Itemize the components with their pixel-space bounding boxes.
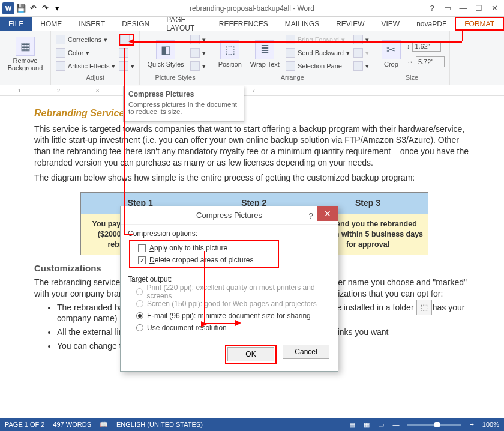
bring-forward-button[interactable]: Bring Forward▾ xyxy=(286,34,350,46)
group-arrange-label: Arrange xyxy=(216,74,369,83)
annotation-arrowhead-2 xyxy=(201,321,207,327)
width-value[interactable]: 5.72" xyxy=(416,56,445,67)
group-button[interactable]: ▾ xyxy=(353,47,369,59)
send-backward-button[interactable]: Send Backward▾ xyxy=(286,47,350,59)
redo-icon[interactable]: ↷ xyxy=(40,3,50,14)
radio-screen xyxy=(136,300,143,307)
picture-layout-button[interactable]: ▾ xyxy=(190,60,206,72)
color-label: Color xyxy=(68,49,83,56)
close-icon[interactable]: ✕ xyxy=(487,2,502,14)
zoom-out-button[interactable]: — xyxy=(392,421,399,428)
status-language[interactable]: ENGLISH (UNITED STATES) xyxy=(116,421,203,428)
zoom-level[interactable]: 100% xyxy=(482,421,499,428)
tab-file[interactable]: FILE xyxy=(0,17,32,31)
help-icon[interactable]: ? xyxy=(425,2,439,14)
selection-pane-label: Selection Pane xyxy=(298,62,342,70)
radio-print xyxy=(136,288,143,295)
delete-cropped-checkbox[interactable]: ✓ xyxy=(138,256,146,264)
qat-dropdown-icon[interactable]: ▾ xyxy=(52,3,62,14)
selection-pane-button[interactable]: Selection Pane xyxy=(286,60,350,72)
position-button[interactable]: ⬚Position xyxy=(216,34,244,74)
remove-background-button[interactable]: ▦ Remove Background xyxy=(5,34,46,74)
tab-format[interactable]: FORMAT xyxy=(455,17,504,31)
delete-cropped-checkbox-row[interactable]: ✓ Delete cropped areas of pictures xyxy=(138,254,276,266)
group-adjust-label: Adjust xyxy=(56,74,134,83)
radio-email-row[interactable]: E-mail (96 ppi): minimize document size … xyxy=(136,310,331,322)
tooltip-title: Compress Pictures xyxy=(128,90,239,98)
artistic-effects-button[interactable]: Artistic Effects▾ xyxy=(56,60,115,72)
tab-view[interactable]: VIEW xyxy=(373,17,409,31)
quick-styles-button[interactable]: ◧ Quick Styles xyxy=(145,34,186,74)
compress-pictures-tooltip: Compress Pictures Compress pictures in t… xyxy=(123,86,244,122)
ribbon-collapse-icon[interactable]: ▭ xyxy=(440,2,455,14)
corrections-label: Corrections xyxy=(68,36,101,43)
minimize-icon[interactable]: — xyxy=(456,2,470,14)
radio-print-row: Print (220 ppi): excellent quality on mo… xyxy=(136,286,331,298)
layout-options-button[interactable]: ⬚ xyxy=(416,300,432,315)
view-web-layout-icon[interactable]: ▭ xyxy=(378,421,384,429)
dialog-titlebar[interactable]: Compress Pictures ? ✕ xyxy=(121,206,338,225)
word-app-icon: W xyxy=(2,2,14,14)
radio-email[interactable] xyxy=(136,312,143,319)
ok-button[interactable]: OK xyxy=(227,347,274,361)
annotation-arrow-h1 xyxy=(133,41,462,43)
tab-references[interactable]: REFERENCES xyxy=(211,17,277,31)
tab-insert[interactable]: INSERT xyxy=(70,17,113,31)
view-print-layout-icon[interactable]: ▦ xyxy=(364,421,370,429)
apply-only-checkbox-row[interactable]: Apply only to this picture xyxy=(138,242,276,254)
corrections-button[interactable]: Corrections▾ xyxy=(56,34,115,46)
radio-email-label: E-mail (96 ppi): minimize document size … xyxy=(147,312,311,320)
tab-page-layout[interactable]: PAGE LAYOUT xyxy=(158,17,211,31)
view-read-mode-icon[interactable]: ▤ xyxy=(349,421,355,429)
radio-doc-resolution[interactable] xyxy=(136,324,143,331)
tab-review[interactable]: REVIEW xyxy=(328,17,373,31)
width-field[interactable]: ↔5.72" xyxy=(407,56,445,68)
dialog-help-button[interactable]: ? xyxy=(304,209,317,222)
picture-effects-icon xyxy=(190,48,200,58)
radio-screen-label: Screen (150 ppi): good for Web pages and… xyxy=(147,300,317,308)
picture-effects-button[interactable]: ▾ xyxy=(190,47,206,59)
group-picture-styles-label: Picture Styles xyxy=(145,74,205,83)
delete-cropped-label: Delete cropped areas of pictures xyxy=(149,256,253,264)
zoom-slider-thumb[interactable] xyxy=(434,422,440,427)
quick-styles-icon: ◧ xyxy=(156,40,175,59)
tab-home[interactable]: HOME xyxy=(32,17,70,31)
change-picture-button[interactable] xyxy=(119,47,134,59)
align-button[interactable]: ▾ xyxy=(353,34,369,46)
vertical-ruler[interactable] xyxy=(0,96,13,418)
tab-novapdf[interactable]: novaPDF xyxy=(408,17,455,31)
apply-only-checkbox[interactable] xyxy=(138,244,146,252)
undo-icon[interactable]: ↶ xyxy=(28,3,38,14)
reset-picture-button[interactable]: ▾ xyxy=(119,60,134,72)
tab-mailings[interactable]: MAILINGS xyxy=(277,17,328,31)
corrections-icon xyxy=(56,35,65,44)
tab-design[interactable]: DESIGN xyxy=(113,17,158,31)
save-icon[interactable]: 💾 xyxy=(16,3,26,14)
horizontal-ruler[interactable]: 1234567 xyxy=(0,85,504,96)
dialog-close-button[interactable]: ✕ xyxy=(317,206,338,221)
selection-pane-icon xyxy=(286,61,295,71)
ribbon: ▦ Remove Background Corrections▾ Color▾ … xyxy=(0,31,504,85)
quick-access-toolbar: W 💾 ↶ ↷ ▾ xyxy=(0,2,62,14)
bring-forward-icon xyxy=(286,35,295,44)
rotate-button[interactable]: ▾ xyxy=(353,60,369,72)
zoom-slider[interactable] xyxy=(407,424,461,426)
color-button[interactable]: Color▾ xyxy=(56,47,115,59)
status-proofing-icon[interactable]: 📖 xyxy=(100,421,108,429)
annotation-arrow-v2 xyxy=(204,251,205,323)
window-title: rebranding-proposal-backup4all - Word xyxy=(190,4,314,13)
crop-label: Crop xyxy=(384,61,398,68)
crop-button[interactable]: ✂Crop xyxy=(379,34,403,74)
group-adjust: Corrections▾ Color▾ Artistic Effects▾ ▾ … xyxy=(51,31,140,85)
picture-border-button[interactable]: ▾ xyxy=(190,34,206,46)
ok-button-highlight: OK xyxy=(225,345,277,364)
annotation-arrowhead-3 xyxy=(235,320,241,326)
radio-print-label: Print (220 ppi): excellent quality on mo… xyxy=(146,283,331,300)
status-page[interactable]: PAGE 1 OF 2 xyxy=(5,421,44,428)
wrap-text-button[interactable]: ≣Wrap Text xyxy=(248,34,282,74)
cancel-button[interactable]: Cancel xyxy=(283,345,329,359)
maximize-icon[interactable]: ☐ xyxy=(472,2,486,14)
remove-background-label: Remove Background xyxy=(7,57,43,71)
status-word-count[interactable]: 497 WORDS xyxy=(53,421,91,428)
zoom-in-button[interactable]: + xyxy=(470,421,473,428)
